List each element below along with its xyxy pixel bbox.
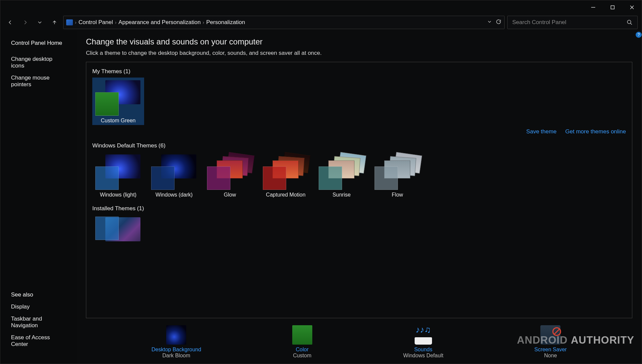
footer-desktop-background[interactable]: Desktop Background Dark Bloom	[151, 325, 201, 359]
sidebar-seealso-taskbar[interactable]: Taskbar and Navigation	[0, 313, 77, 332]
theme-label: Custom Green	[101, 118, 135, 124]
sidebar-link-icons[interactable]: Change desktop icons	[0, 53, 77, 72]
theme-sunrise[interactable]: Sunrise	[316, 152, 367, 199]
forward-button[interactable]	[19, 16, 31, 28]
sidebar-seealso-ease[interactable]: Ease of Access Center	[0, 332, 77, 350]
themes-panel: My Themes (1) Custom Green Save theme Ge…	[86, 62, 632, 318]
wallpaper-icon	[166, 325, 186, 345]
nav-row: › Control Panel › Appearance and Persona…	[0, 14, 642, 30]
svg-rect-1	[611, 6, 614, 9]
footer-label: Screen Saver	[534, 347, 567, 353]
section-installed-themes: Installed Themes (1)	[92, 205, 626, 212]
theme-label: Windows (light)	[100, 192, 136, 198]
breadcrumb-leaf[interactable]: Personalization	[206, 19, 245, 26]
watermark: ANDROID AUTHORITY	[517, 334, 634, 346]
sidebar-link-pointers[interactable]: Change mouse pointers	[0, 72, 77, 91]
breadcrumb-root[interactable]: Control Panel	[79, 19, 113, 26]
svg-line-5	[630, 23, 632, 25]
theme-installed[interactable]	[92, 215, 144, 256]
search-box[interactable]	[507, 16, 638, 29]
page-title: Change the visuals and sounds on your co…	[86, 37, 632, 46]
sidebar-home[interactable]: Control Panel Home	[0, 37, 77, 49]
theme-windows-light[interactable]: Windows (light)	[92, 152, 144, 199]
footer-label: Color	[296, 347, 309, 353]
svg-point-4	[627, 20, 631, 24]
close-button[interactable]	[622, 0, 642, 14]
color-swatch-icon	[292, 325, 312, 345]
theme-flow[interactable]: Flow	[371, 152, 423, 199]
sounds-icon: ♪♪♫	[413, 325, 433, 345]
footer-label: Desktop Background	[151, 347, 201, 353]
breadcrumb-mid[interactable]: Appearance and Personalization	[118, 19, 201, 26]
up-button[interactable]	[48, 16, 61, 28]
theme-captured-motion[interactable]: Captured Motion	[260, 152, 312, 199]
theme-windows-dark[interactable]: Windows (dark)	[148, 152, 200, 199]
theme-color-swatch	[95, 217, 119, 240]
maximize-button[interactable]	[603, 0, 622, 14]
footer-value: Dark Bloom	[163, 353, 191, 359]
footer-value: Custom	[293, 353, 311, 359]
theme-label: Flow	[392, 192, 403, 198]
chevron-right-icon: ›	[75, 20, 77, 25]
footer-sounds[interactable]: ♪♪♫ Sounds Windows Default	[403, 325, 443, 359]
theme-label: Windows (dark)	[155, 192, 193, 198]
footer-value: None	[544, 353, 557, 359]
theme-glow[interactable]: Glow	[204, 152, 256, 199]
sidebar-seealso-display[interactable]: Display	[0, 301, 77, 313]
control-panel-icon	[66, 19, 73, 25]
sidebar-seealso-heading: See also	[0, 289, 77, 301]
theme-custom-green[interactable]: Custom Green	[92, 78, 144, 125]
minimize-button[interactable]	[583, 0, 603, 14]
control-panel-window: › Control Panel › Appearance and Persona…	[0, 0, 642, 364]
chevron-right-icon: ›	[115, 20, 117, 25]
back-button[interactable]	[4, 16, 16, 28]
sidebar: Control Panel Home Change desktop icons …	[0, 30, 77, 364]
page-subtitle: Click a theme to change the desktop back…	[86, 50, 632, 56]
search-icon	[627, 19, 633, 25]
main-area: ? Change the visuals and sounds on your …	[77, 30, 642, 364]
chevron-right-icon: ›	[203, 20, 204, 25]
footer-value: Windows Default	[403, 353, 443, 359]
window-titlebar	[0, 0, 642, 14]
footer-color[interactable]: Color Custom	[292, 325, 312, 359]
theme-label: Captured Motion	[266, 192, 305, 198]
address-dropdown[interactable]	[487, 19, 492, 26]
help-icon[interactable]: ?	[636, 32, 642, 38]
get-more-themes-link[interactable]: Get more themes online	[565, 128, 626, 135]
section-default-themes: Windows Default Themes (6)	[92, 142, 626, 149]
theme-label: Sunrise	[332, 192, 350, 198]
save-theme-link[interactable]: Save theme	[526, 128, 557, 135]
address-bar[interactable]: › Control Panel › Appearance and Persona…	[63, 16, 505, 29]
body: Control Panel Home Change desktop icons …	[0, 30, 642, 364]
section-my-themes: My Themes (1)	[92, 68, 626, 75]
search-input[interactable]	[512, 19, 627, 26]
theme-color-swatch	[95, 92, 119, 116]
refresh-button[interactable]	[496, 19, 502, 26]
footer-label: Sounds	[414, 347, 432, 353]
theme-label: Glow	[224, 192, 236, 198]
recent-dropdown[interactable]	[34, 16, 46, 28]
